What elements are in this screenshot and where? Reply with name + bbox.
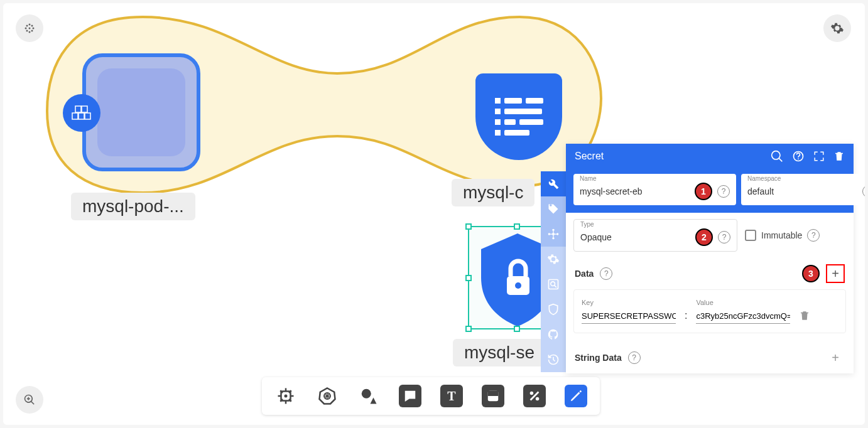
tool-github[interactable] [541, 322, 566, 347]
svg-point-3 [25, 28, 27, 29]
tool-shapes[interactable] [357, 385, 380, 407]
properties-panel: Secret Name 1 ? Namespace ? Type [566, 144, 854, 373]
tool-chip[interactable] [274, 385, 297, 407]
resize-handle[interactable] [465, 275, 472, 281]
svg-rect-11 [85, 113, 90, 119]
contrast-icon [486, 389, 500, 403]
svg-point-24 [798, 158, 799, 159]
namespace-input[interactable] [747, 186, 857, 196]
help-icon[interactable]: ? [717, 185, 730, 198]
resize-handle[interactable] [465, 326, 472, 332]
help-icon[interactable]: ? [718, 231, 730, 243]
tool-percent[interactable] [523, 385, 546, 407]
tool-network[interactable] [541, 222, 566, 247]
panel-title: Secret [575, 151, 762, 162]
key-input[interactable] [582, 309, 676, 324]
help-icon[interactable]: ? [628, 351, 641, 364]
tool-kubernetes[interactable] [316, 385, 339, 407]
key-field: Key [582, 299, 676, 324]
tool-gear[interactable] [541, 247, 566, 272]
tool-contrast[interactable] [482, 385, 504, 407]
kv-separator: : [685, 310, 687, 324]
immutable-toggle[interactable]: Immutable ? [745, 229, 820, 242]
svg-point-22 [551, 282, 555, 286]
add-stringdata-button[interactable]: + [826, 348, 845, 367]
gear-icon [547, 253, 560, 265]
svg-point-20 [556, 233, 558, 235]
svg-point-5 [26, 25, 28, 27]
svg-point-7 [26, 30, 28, 32]
settings-button[interactable] [823, 14, 851, 42]
list-icon [495, 98, 543, 136]
bottom-toolbar: T [262, 377, 600, 415]
trash-icon [833, 151, 845, 162]
shield-icon [547, 303, 560, 316]
resize-handle[interactable] [465, 223, 472, 230]
pod-inner [97, 68, 185, 156]
type-input[interactable] [580, 232, 690, 242]
name-field-label: Name [580, 175, 597, 182]
svg-rect-10 [79, 113, 84, 119]
github-icon [547, 328, 560, 341]
pod-label: mysql-pod-... [71, 193, 195, 220]
tool-inspect[interactable] [541, 272, 566, 297]
comment-icon [403, 389, 417, 403]
tool-edit[interactable] [565, 385, 587, 407]
shapes-icon [359, 387, 378, 405]
data-section-header: Data ? 3 + [566, 258, 854, 289]
svg-point-6 [31, 25, 33, 27]
tool-text[interactable]: T [440, 385, 463, 407]
panel-type-row: Type 2 ? Immutable ? [566, 213, 854, 258]
help-button[interactable] [792, 150, 805, 163]
resize-handle[interactable] [514, 223, 520, 230]
percent-icon [528, 389, 541, 403]
namespace-field[interactable]: Namespace ? [741, 174, 865, 205]
container-badge [63, 94, 100, 132]
resize-handle[interactable] [514, 326, 520, 332]
tool-tag[interactable] [541, 196, 566, 222]
help-icon[interactable]: ? [862, 185, 865, 198]
svg-point-15 [515, 282, 521, 289]
svg-point-4 [33, 28, 35, 29]
search-button[interactable] [771, 150, 783, 163]
search-icon [771, 150, 783, 163]
tool-wrench[interactable] [541, 171, 566, 196]
value-input[interactable] [696, 309, 790, 324]
data-kv-row: Key : Value [573, 289, 846, 333]
menu-icon-button[interactable] [16, 14, 43, 42]
data-section-title: Data [575, 269, 594, 279]
expand-button[interactable] [813, 151, 825, 162]
svg-rect-21 [549, 280, 558, 289]
help-icon [792, 150, 805, 163]
name-field[interactable]: Name 1 ? [573, 174, 736, 205]
svg-point-0 [29, 28, 31, 29]
delete-button[interactable] [833, 151, 845, 162]
inspect-icon [547, 278, 560, 291]
panel-name-row: Name 1 ? Namespace ? [566, 169, 854, 213]
tool-shield[interactable] [541, 297, 566, 322]
help-icon[interactable]: ? [600, 267, 612, 280]
tool-history[interactable] [541, 347, 566, 372]
svg-point-17 [552, 229, 554, 231]
panel-header: Secret [566, 144, 854, 169]
name-input[interactable] [580, 186, 690, 196]
tag-icon [547, 203, 560, 215]
configmap-node[interactable] [475, 73, 562, 160]
zoom-in-button[interactable] [16, 386, 43, 414]
type-field[interactable]: Type 2 ? [573, 219, 737, 252]
value-label: Value [696, 299, 790, 306]
help-icon[interactable]: ? [807, 229, 820, 242]
svg-marker-30 [371, 398, 377, 404]
immutable-checkbox[interactable] [745, 230, 756, 241]
type-field-label: Type [580, 221, 594, 228]
delete-kv-button[interactable] [799, 310, 810, 324]
canvas[interactable]: mysql-pod-... mysql-c mysql-se [3, 3, 865, 425]
tool-comment[interactable] [399, 385, 421, 407]
annotation-2: 2 [695, 228, 713, 246]
svg-point-8 [31, 30, 33, 32]
svg-rect-9 [72, 113, 78, 119]
svg-point-19 [548, 233, 550, 235]
gear-icon [830, 21, 844, 35]
stringdata-title: String Data [575, 353, 622, 363]
add-data-button[interactable]: + [826, 264, 845, 283]
